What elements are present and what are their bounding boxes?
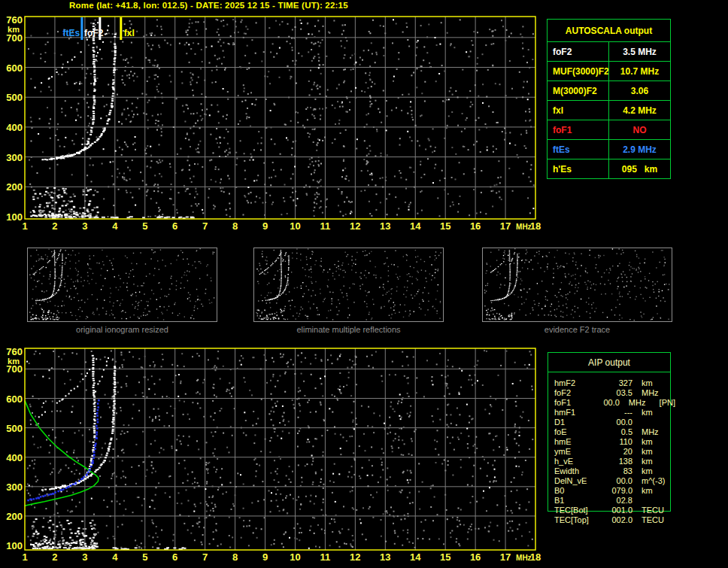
svg-text:16: 16 (470, 551, 481, 563)
svg-text:700: 700 (6, 32, 23, 44)
aip-param-unit: km (632, 408, 675, 418)
aip-row-tec-top-: TEC[Top]002.0TECU (548, 515, 675, 525)
aip-row-hme: hmE110km (548, 437, 675, 447)
svg-text:500: 500 (6, 92, 23, 103)
aip-param-value: 002.0 (604, 515, 632, 525)
autoscala-param-value: 10.7 MHz (609, 62, 671, 81)
svg-text:1: 1 (22, 220, 27, 232)
aip-param-value: 02.8 (604, 496, 632, 506)
aip-param-unit: km (632, 457, 675, 466)
aip-param-value: 20 (604, 447, 632, 457)
svg-text:km: km (8, 25, 20, 34)
aip-param-label: Ewidth (548, 466, 604, 476)
svg-text:13: 13 (380, 220, 390, 232)
aip-param-note: [PN] (657, 398, 675, 408)
aip-param-label: hmF1 (548, 408, 604, 418)
aip-param-label: TEC[Top] (548, 515, 604, 525)
aip-row-hmf1: hmF1---km (548, 408, 675, 418)
svg-text:14: 14 (410, 220, 421, 232)
aip-row-yme: ymE20km (548, 447, 675, 457)
autoscala-param-label: h'Es (548, 159, 609, 179)
aip-param-value: 327 (604, 378, 632, 388)
aip-param-label: foF1 (548, 398, 596, 408)
svg-text:100: 100 (6, 540, 23, 551)
svg-text:5: 5 (142, 551, 147, 563)
aip-param-label: ymE (548, 447, 604, 457)
svg-text:3: 3 (82, 220, 87, 232)
autoscala-row-fxi: fxI4.2 MHz (548, 101, 671, 120)
svg-text:4: 4 (112, 551, 118, 563)
aip-param-label: DelN_vE (548, 476, 604, 486)
autoscala-param-value: 095 km (609, 159, 671, 179)
aip-param-unit: km (632, 437, 675, 447)
svg-text:400: 400 (6, 452, 23, 463)
svg-text:18: 18 (530, 551, 541, 563)
autoscala-param-value: 2.9 MHz (609, 140, 671, 159)
aip-param-value: 0.5 (604, 427, 632, 437)
aip-param-value: 001.0 (604, 506, 632, 515)
aip-param-value: 00.0 (604, 476, 632, 486)
svg-text:15: 15 (440, 220, 450, 232)
svg-text:300: 300 (6, 152, 23, 163)
aip-param-value: --- (604, 408, 632, 418)
aip-table-rows: hmF2327kmfoF203.5MHzfoF100.0MHz[PN]hmF1-… (548, 378, 675, 525)
autoscala-param-value: NO (609, 120, 671, 140)
autoscala-param-value: 3.5 MHz (609, 42, 671, 62)
svg-text:500: 500 (6, 423, 23, 434)
svg-text:11: 11 (320, 220, 331, 232)
autoscala-param-label: M(3000)F2 (548, 81, 609, 101)
svg-text:18: 18 (530, 220, 541, 232)
aip-table-title: AIP output (548, 352, 671, 372)
svg-text:6: 6 (172, 551, 177, 563)
aip-param-unit: MHz (632, 427, 675, 437)
svg-text:400: 400 (6, 122, 23, 133)
thumbnail-caption-original: original ionogram resized (27, 325, 217, 334)
svg-text:17: 17 (500, 551, 511, 563)
autoscala-screen: Rome (lat: +41.8, lon: 012.5) - DATE: 20… (0, 0, 728, 568)
svg-text:MHz: MHz (516, 554, 532, 562)
aip-param-unit: km (632, 378, 675, 388)
aip-param-unit: km (632, 486, 675, 496)
svg-text:8: 8 (232, 551, 238, 563)
autoscala-table-title: AUTOSCALA output (548, 20, 671, 42)
svg-text:9: 9 (262, 551, 268, 563)
svg-text:3: 3 (82, 551, 87, 563)
autoscala-row-muf-3000-f2: MUF(3000)F210.7 MHz (548, 62, 671, 81)
aip-param-label: B0 (548, 486, 604, 496)
aip-ionogram-plot: 123456789101112131415161718MHz1002003004… (0, 342, 544, 568)
svg-text:600: 600 (6, 62, 23, 74)
aip-param-value: 00.0 (604, 418, 632, 427)
aip-output-table: AIP output hmF2327kmfoF203.5MHzfoF100.0M… (548, 352, 675, 533)
aip-param-value: 138 (604, 457, 632, 466)
svg-text:12: 12 (350, 551, 360, 563)
thumbnail-eliminate-reflections (253, 248, 444, 322)
aip-param-unit: TECU (632, 515, 675, 525)
autoscala-row-h-es: h'Es095 km (548, 159, 671, 179)
autoscala-row-fof2: foF23.5 MHz (548, 42, 671, 62)
aip-param-unit: MHz (620, 398, 657, 408)
svg-text:760: 760 (6, 346, 23, 357)
svg-text:9: 9 (262, 220, 268, 232)
svg-text:200: 200 (6, 511, 23, 522)
svg-text:14: 14 (410, 551, 421, 563)
aip-row-h-ve: h_vE138km (548, 457, 675, 466)
aip-param-label: D1 (548, 418, 604, 427)
thumbnail-caption-eliminate: eliminate multiple reflections (253, 325, 444, 334)
aip-row-b0: B0079.0km (548, 486, 675, 496)
svg-text:12: 12 (350, 220, 360, 232)
svg-text:200: 200 (6, 181, 23, 193)
svg-text:6: 6 (172, 220, 177, 232)
aip-param-label: foF2 (548, 388, 604, 398)
svg-text:100: 100 (6, 211, 23, 223)
aip-row-fof2: foF203.5MHz (548, 388, 675, 398)
aip-param-unit: km (632, 447, 675, 457)
aip-row-hmf2: hmF2327km (548, 378, 675, 388)
autoscala-row-m-3000-f2: M(3000)F23.06 (548, 81, 671, 101)
thumbnail-caption-evidence: evidence F2 trace (482, 325, 672, 334)
aip-param-value: 110 (604, 437, 632, 447)
autoscala-param-label: foF1 (548, 120, 609, 140)
main-ionogram-plot: ftEsfoF2fxI123456789101112131415161718MH… (0, 0, 544, 239)
autoscala-param-label: ftEs (548, 140, 609, 159)
aip-row-d1: D100.0 (548, 418, 675, 427)
aip-row-fof1: foF100.0MHz[PN] (548, 398, 675, 408)
